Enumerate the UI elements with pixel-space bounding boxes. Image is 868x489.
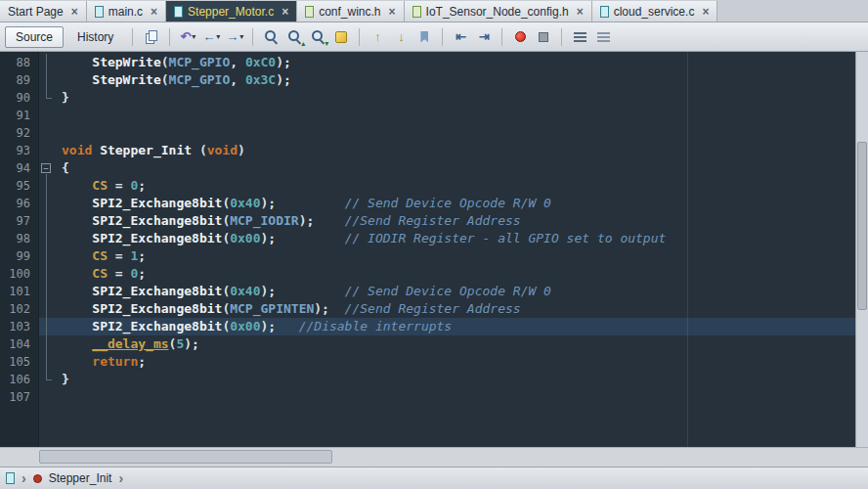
fold-indicator [39, 247, 54, 265]
code-line: 94−{ [0, 159, 855, 177]
code-line: 93void Stepper_Init (void) [0, 142, 855, 159]
code-text[interactable]: void Stepper_Init (void) [54, 142, 855, 159]
c-file-icon [95, 6, 104, 18]
fold-indicator [39, 107, 54, 124]
fold-indicator [39, 195, 54, 212]
code-text[interactable] [54, 124, 855, 142]
line-number[interactable]: 90 [0, 89, 39, 107]
tab-stepper-motor-c[interactable]: Stepper_Motor.c× [166, 1, 297, 22]
horizontal-scrollbar[interactable] [0, 447, 868, 467]
toolbar-separator [442, 28, 443, 46]
code-line: 90} [0, 89, 855, 107]
line-number[interactable]: 100 [0, 265, 39, 283]
line-number[interactable]: 95 [0, 177, 39, 195]
line-number[interactable]: 93 [0, 142, 39, 159]
history-view-button[interactable]: History [66, 26, 124, 48]
tab-close-icon[interactable]: × [151, 5, 157, 19]
code-text[interactable]: __delay_ms(5); [54, 335, 855, 353]
line-number[interactable]: 91 [0, 107, 39, 124]
code-lines: 88 StepWrite(MCP_GPIO, 0xC0);89 StepWrit… [0, 54, 855, 406]
code-text[interactable]: StepWrite(MCP_GPIO, 0xC0); [54, 54, 855, 71]
code-text[interactable]: { [54, 159, 855, 177]
line-number[interactable]: 104 [0, 335, 39, 353]
start-macro-recording-icon[interactable] [509, 26, 531, 48]
chevron-right-icon: › [118, 471, 123, 485]
editor-tab-bar: Start Page×main.c×Stepper_Motor.c×conf_w… [0, 0, 868, 22]
code-line: 97 SPI2_Exchange8bit(MCP_IODIR); //Send … [0, 212, 855, 230]
code-line: 99 CS = 1; [0, 247, 855, 265]
tab-close-icon[interactable]: × [282, 5, 288, 19]
code-text[interactable]: CS = 0; [54, 265, 855, 283]
fold-indicator [39, 212, 54, 230]
tab-close-icon[interactable]: × [577, 5, 584, 19]
dropdown-arrow-icon: ▾ [239, 32, 243, 41]
last-edit-icon[interactable]: ↶▾ [177, 26, 198, 48]
versioning-diff-icon[interactable] [141, 26, 162, 48]
tab-close-icon[interactable]: × [71, 5, 78, 19]
code-text[interactable]: CS = 1; [54, 247, 855, 265]
code-text[interactable] [54, 388, 855, 406]
uncomment-icon[interactable] [592, 26, 614, 48]
code-text[interactable]: SPI2_Exchange8bit(0x40); // Send Device … [54, 195, 855, 212]
line-number[interactable]: 88 [0, 54, 39, 71]
line-number[interactable]: 99 [0, 247, 39, 265]
horizontal-scrollbar-thumb[interactable] [39, 450, 332, 464]
code-text[interactable]: } [54, 89, 855, 107]
find-next-icon[interactable]: ▾ [307, 26, 328, 48]
line-number[interactable]: 92 [0, 124, 39, 142]
line-number[interactable]: 106 [0, 371, 39, 388]
tab-iot-sensor-node-config-h[interactable]: IoT_Sensor_Node_config.h× [405, 1, 592, 22]
line-number[interactable]: 107 [0, 388, 39, 406]
tab-main-c[interactable]: main.c× [87, 1, 166, 22]
line-number[interactable]: 97 [0, 212, 39, 230]
vertical-scrollbar[interactable] [855, 52, 868, 447]
code-text[interactable]: SPI2_Exchange8bit(MCP_GPINTEN); //Send R… [54, 300, 855, 318]
source-view-button[interactable]: Source [5, 26, 64, 48]
code-text[interactable]: return; [54, 353, 855, 371]
line-number[interactable]: 94 [0, 159, 39, 177]
line-number[interactable]: 102 [0, 300, 39, 318]
previous-bookmark-icon[interactable]: ↑ [367, 26, 388, 48]
tab-close-icon[interactable]: × [702, 5, 709, 19]
line-number[interactable]: 89 [0, 71, 39, 89]
line-number[interactable]: 105 [0, 353, 39, 371]
comment-icon[interactable] [569, 26, 590, 48]
jump-back-icon[interactable]: ←▾ [200, 26, 222, 48]
toggle-bookmark-icon[interactable] [413, 26, 435, 48]
code-line: 91 [0, 107, 855, 124]
next-bookmark-icon[interactable]: ↓ [390, 26, 412, 48]
code-text[interactable]: SPI2_Exchange8bit(0x40); // Send Device … [54, 283, 855, 300]
breadcrumb-item[interactable]: Stepper_Init [49, 471, 112, 485]
toolbar-icons: ↶▾←▾→▾▴▾↑↓⇤⇥ [141, 26, 614, 48]
tab-start-page[interactable]: Start Page× [0, 1, 87, 22]
jump-forward-icon[interactable]: →▾ [224, 26, 245, 48]
tab-conf-winc-h[interactable]: conf_winc.h× [297, 1, 404, 22]
code-line: 104 __delay_ms(5); [0, 335, 855, 353]
vertical-scrollbar-thumb[interactable] [857, 142, 867, 310]
line-number[interactable]: 101 [0, 283, 39, 300]
shift-line-left-icon[interactable]: ⇤ [450, 26, 471, 48]
line-number[interactable]: 98 [0, 230, 39, 247]
fold-indicator [39, 265, 54, 283]
fold-collapse-icon[interactable]: − [39, 159, 54, 177]
line-number[interactable]: 103 [0, 318, 39, 335]
find-selection-icon[interactable] [260, 26, 282, 48]
code-text[interactable]: SPI2_Exchange8bit(MCP_IODIR); //Send Reg… [54, 212, 855, 230]
toolbar-separator [252, 28, 253, 46]
code-text[interactable] [54, 107, 855, 124]
code-text[interactable]: } [54, 371, 855, 388]
code-text[interactable]: SPI2_Exchange8bit(0x00); //Disable inter… [54, 318, 855, 335]
find-previous-icon[interactable]: ▴ [283, 26, 305, 48]
tab-cloud-service-c[interactable]: cloud_service.c× [592, 1, 718, 22]
code-text[interactable]: SPI2_Exchange8bit(0x00); // IODIR Regist… [54, 230, 855, 247]
tab-close-icon[interactable]: × [389, 5, 396, 19]
fold-indicator [39, 353, 54, 371]
code-text[interactable]: StepWrite(MCP_GPIO, 0x3C); [54, 71, 855, 89]
toggle-highlight-icon[interactable] [330, 26, 352, 48]
code-line: 96 SPI2_Exchange8bit(0x40); // Send Devi… [0, 195, 855, 212]
shift-line-right-icon[interactable]: ⇥ [473, 26, 495, 48]
line-number[interactable]: 96 [0, 195, 39, 212]
stop-macro-recording-icon[interactable] [533, 26, 554, 48]
code-text[interactable]: CS = 0; [54, 177, 855, 195]
toolbar-separator [501, 28, 502, 46]
